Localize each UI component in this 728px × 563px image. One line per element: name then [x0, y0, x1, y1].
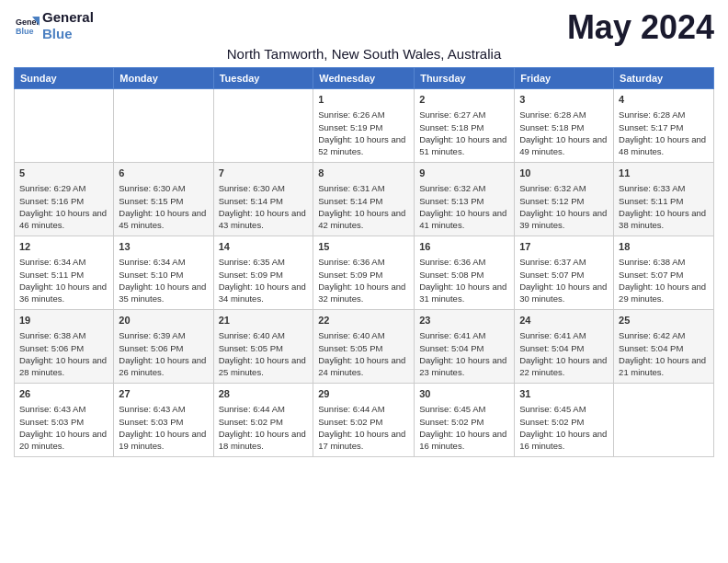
calendar-cell: 9Sunrise: 6:32 AMSunset: 5:13 PMDaylight…	[415, 163, 515, 236]
day-number: 8	[318, 167, 409, 180]
day-number: 3	[519, 93, 609, 107]
day-info: Sunset: 5:02 PM	[318, 416, 409, 428]
calendar-cell: 13Sunrise: 6:34 AMSunset: 5:10 PMDayligh…	[114, 236, 213, 310]
day-info: Sunrise: 6:30 AM	[119, 182, 208, 194]
day-info: Daylight: 10 hours and 43 minutes.	[219, 207, 309, 232]
day-number: 9	[419, 167, 509, 180]
day-number: 31	[519, 387, 609, 401]
day-info: Sunrise: 6:34 AM	[119, 256, 208, 268]
day-info: Sunrise: 6:27 AM	[419, 109, 509, 121]
day-info: Sunset: 5:07 PM	[619, 269, 709, 281]
day-info: Sunset: 5:02 PM	[219, 416, 309, 428]
day-info: Sunset: 5:18 PM	[419, 121, 509, 133]
day-info: Daylight: 10 hours and 23 minutes.	[419, 354, 509, 379]
calendar-cell: 3Sunrise: 6:28 AMSunset: 5:18 PMDaylight…	[515, 89, 614, 163]
day-info: Sunset: 5:02 PM	[419, 416, 509, 428]
day-info: Sunset: 5:04 PM	[419, 342, 509, 354]
day-number: 5	[19, 167, 108, 180]
day-info: Sunset: 5:10 PM	[119, 269, 208, 281]
day-info: Sunset: 5:08 PM	[419, 269, 509, 281]
day-info: Daylight: 10 hours and 32 minutes.	[318, 281, 409, 305]
day-info: Sunset: 5:13 PM	[419, 195, 509, 207]
day-info: Sunrise: 6:40 AM	[318, 329, 409, 341]
logo-icon: General Blue	[14, 13, 40, 39]
day-info: Sunrise: 6:26 AM	[318, 109, 409, 121]
day-info: Sunrise: 6:36 AM	[318, 256, 409, 268]
calendar-cell: 6Sunrise: 6:30 AMSunset: 5:15 PMDaylight…	[114, 163, 213, 236]
day-info: Sunset: 5:06 PM	[119, 342, 208, 354]
day-info: Sunrise: 6:35 AM	[219, 256, 309, 268]
day-number: 30	[419, 387, 509, 401]
day-number: 7	[219, 167, 309, 180]
subtitle-location: North Tamworth, New South Wales, Austral…	[14, 46, 714, 62]
day-info: Sunrise: 6:45 AM	[419, 403, 509, 415]
calendar-cell: 29Sunrise: 6:44 AMSunset: 5:02 PMDayligh…	[313, 384, 415, 457]
header-monday: Monday	[114, 68, 213, 89]
day-info: Sunset: 5:05 PM	[219, 342, 309, 354]
day-info: Daylight: 10 hours and 19 minutes.	[119, 428, 208, 453]
day-info: Sunset: 5:14 PM	[318, 195, 409, 207]
day-info: Sunset: 5:11 PM	[619, 195, 709, 207]
day-info: Daylight: 10 hours and 22 minutes.	[519, 354, 609, 379]
day-info: Daylight: 10 hours and 20 minutes.	[19, 428, 108, 453]
calendar-cell: 21Sunrise: 6:40 AMSunset: 5:05 PMDayligh…	[213, 310, 313, 384]
day-info: Sunrise: 6:38 AM	[619, 256, 709, 268]
day-info: Sunrise: 6:43 AM	[19, 403, 108, 415]
day-number: 17	[519, 240, 609, 254]
day-info: Sunset: 5:04 PM	[619, 342, 709, 354]
day-info: Sunset: 5:05 PM	[318, 342, 409, 354]
day-info: Sunrise: 6:38 AM	[19, 329, 108, 341]
calendar-cell: 24Sunrise: 6:41 AMSunset: 5:04 PMDayligh…	[515, 310, 614, 384]
day-number: 21	[219, 314, 309, 327]
day-info: Sunrise: 6:32 AM	[519, 182, 609, 194]
day-info: Sunrise: 6:41 AM	[419, 329, 509, 341]
day-info: Sunrise: 6:31 AM	[318, 182, 409, 194]
calendar-week-4: 19Sunrise: 6:38 AMSunset: 5:06 PMDayligh…	[15, 310, 714, 384]
page: General Blue General Blue May 2024 North…	[0, 0, 728, 471]
header-friday: Friday	[515, 68, 614, 89]
day-info: Sunrise: 6:45 AM	[519, 403, 609, 415]
calendar-cell: 11Sunrise: 6:33 AMSunset: 5:11 PMDayligh…	[614, 163, 714, 236]
calendar-cell: 23Sunrise: 6:41 AMSunset: 5:04 PMDayligh…	[415, 310, 515, 384]
day-number: 27	[119, 387, 208, 401]
day-number: 26	[19, 387, 108, 401]
day-info: Sunset: 5:11 PM	[19, 269, 108, 281]
day-info: Sunrise: 6:36 AM	[419, 256, 509, 268]
calendar-cell: 12Sunrise: 6:34 AMSunset: 5:11 PMDayligh…	[15, 236, 114, 310]
day-info: Sunset: 5:17 PM	[619, 121, 709, 133]
calendar-cell: 10Sunrise: 6:32 AMSunset: 5:12 PMDayligh…	[515, 163, 614, 236]
day-number: 23	[419, 314, 509, 327]
calendar-cell: 20Sunrise: 6:39 AMSunset: 5:06 PMDayligh…	[114, 310, 213, 384]
calendar-week-1: 1Sunrise: 6:26 AMSunset: 5:19 PMDaylight…	[15, 89, 714, 163]
calendar-cell: 4Sunrise: 6:28 AMSunset: 5:17 PMDaylight…	[614, 89, 714, 163]
day-info: Daylight: 10 hours and 26 minutes.	[119, 354, 208, 379]
calendar-cell: 8Sunrise: 6:31 AMSunset: 5:14 PMDaylight…	[313, 163, 415, 236]
day-info: Daylight: 10 hours and 21 minutes.	[619, 354, 709, 379]
day-info: Sunrise: 6:40 AM	[219, 329, 309, 341]
calendar-week-5: 26Sunrise: 6:43 AMSunset: 5:03 PMDayligh…	[15, 384, 714, 457]
day-info: Sunset: 5:06 PM	[19, 342, 108, 354]
day-number: 15	[318, 240, 409, 254]
day-info: Sunrise: 6:28 AM	[519, 109, 609, 121]
day-info: Daylight: 10 hours and 45 minutes.	[119, 207, 208, 232]
calendar-cell	[213, 89, 313, 163]
day-number: 29	[318, 387, 409, 401]
day-info: Daylight: 10 hours and 38 minutes.	[619, 207, 709, 232]
day-number: 24	[519, 314, 609, 327]
day-info: Daylight: 10 hours and 30 minutes.	[519, 281, 609, 305]
calendar-cell: 19Sunrise: 6:38 AMSunset: 5:06 PMDayligh…	[15, 310, 114, 384]
day-info: Sunset: 5:07 PM	[519, 269, 609, 281]
logo: General Blue General Blue	[14, 9, 94, 42]
day-info: Daylight: 10 hours and 41 minutes.	[419, 207, 509, 232]
day-info: Daylight: 10 hours and 28 minutes.	[19, 354, 108, 379]
day-number: 1	[318, 93, 409, 107]
day-info: Sunset: 5:09 PM	[219, 269, 309, 281]
day-info: Daylight: 10 hours and 46 minutes.	[19, 207, 108, 232]
calendar-cell: 7Sunrise: 6:30 AMSunset: 5:14 PMDaylight…	[213, 163, 313, 236]
calendar-cell	[15, 89, 114, 163]
header-wednesday: Wednesday	[313, 68, 415, 89]
day-info: Daylight: 10 hours and 49 minutes.	[519, 133, 609, 158]
day-info: Sunset: 5:03 PM	[19, 416, 108, 428]
calendar-cell: 5Sunrise: 6:29 AMSunset: 5:16 PMDaylight…	[15, 163, 114, 236]
day-info: Daylight: 10 hours and 39 minutes.	[519, 207, 609, 232]
